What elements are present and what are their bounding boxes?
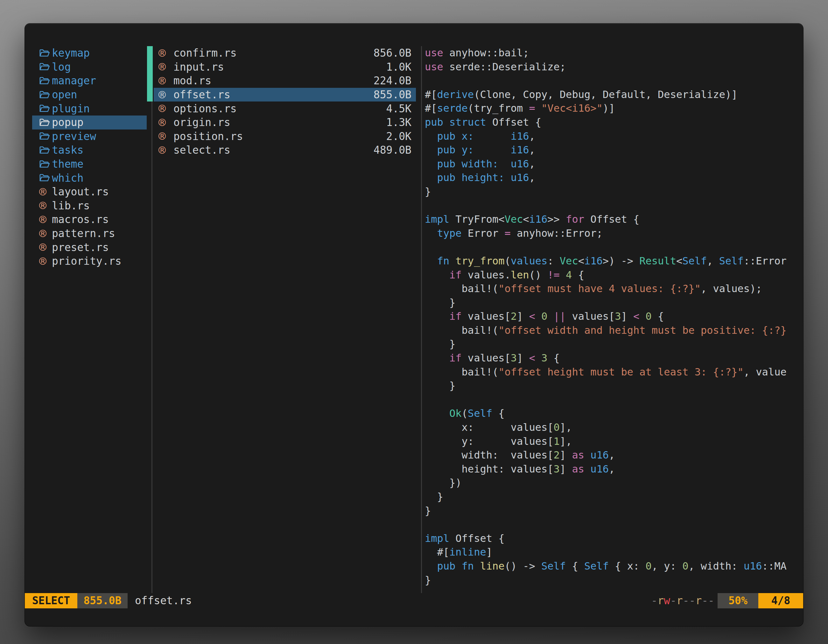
- sidebar-item-pattern-rs[interactable]: ®pattern.rs: [32, 227, 147, 241]
- file-row-mod-rs[interactable]: ®mod.rs224.0B: [154, 74, 416, 88]
- code-line: if values[3] < 3 {: [425, 351, 803, 365]
- sidebar-item-which[interactable]: which: [32, 171, 147, 185]
- code-line: #[derive(Clone, Copy, Debug, Default, De…: [425, 88, 803, 102]
- rust-file-icon: ®: [39, 186, 47, 197]
- code-line: impl Offset {: [425, 532, 803, 546]
- sidebar-item-label: lib.rs: [52, 199, 90, 212]
- file-name: confirm.rs: [173, 47, 237, 59]
- open-folder-icon: [39, 104, 50, 113]
- code-line: bail!("offset height must be at least 3:…: [425, 365, 803, 379]
- rust-file-icon: ®: [158, 130, 166, 142]
- code-line: [425, 393, 803, 407]
- rust-file-icon: ®: [158, 47, 166, 59]
- file-size: 856.0B: [373, 47, 416, 59]
- file-name: input.rs: [173, 61, 224, 73]
- code-line: bail!("offset width and height must be p…: [425, 324, 803, 338]
- sidebar-item-keymap[interactable]: keymap: [32, 46, 147, 60]
- sidebar-item-macros-rs[interactable]: ®macros.rs: [32, 213, 147, 227]
- open-folder-icon: [39, 76, 50, 86]
- code-line: pub height: u16,: [425, 171, 803, 185]
- sidebar-item-label: layout.rs: [52, 185, 109, 198]
- code-line: }: [425, 573, 803, 588]
- code-line: bail!("offset must have 4 values: {:?}",…: [425, 282, 803, 296]
- status-bar: SELECT 855.0B offset.rs -rw-r--r-- 50% 4…: [25, 593, 803, 608]
- code-line: fn try_from(values: Vec<i16>) -> Result<…: [425, 254, 803, 268]
- code-line: pub x: i16,: [425, 130, 803, 144]
- sidebar-item-plugin[interactable]: plugin: [32, 102, 147, 116]
- cursor-position-badge: 4/8: [758, 593, 803, 608]
- sidebar-item-preview[interactable]: preview: [32, 130, 147, 144]
- sidebar-item-label: tasks: [52, 144, 83, 156]
- sidebar-item-label: pattern.rs: [52, 227, 115, 240]
- code-line: pub struct Offset {: [425, 116, 803, 130]
- rust-file-icon: ®: [39, 241, 47, 253]
- file-preview-pane: use anyhow::bail;use serde::Deserialize;…: [425, 46, 803, 588]
- sidebar-item-lib-rs[interactable]: ®lib.rs: [32, 199, 147, 213]
- sidebar-item-label: theme: [52, 158, 83, 170]
- code-line: }: [425, 296, 803, 310]
- code-line: height: values[3] as u16,: [425, 462, 803, 476]
- sidebar-item-preset-rs[interactable]: ®preset.rs: [32, 240, 147, 254]
- current-directory-pane: ®confirm.rs856.0B®input.rs1.0K®mod.rs224…: [154, 46, 416, 157]
- sidebar-item-open[interactable]: open: [32, 88, 147, 102]
- file-row-offset-rs[interactable]: ®offset.rs855.0B: [154, 88, 416, 102]
- mode-badge: SELECT: [25, 593, 77, 608]
- file-size: 224.0B: [373, 74, 416, 87]
- rust-file-icon: ®: [158, 117, 166, 128]
- file-size: 489.0B: [373, 144, 416, 156]
- status-filename: offset.rs: [135, 593, 192, 608]
- file-name: origin.rs: [173, 116, 231, 128]
- sidebar-item-popup[interactable]: popup: [32, 116, 147, 130]
- file-name: select.rs: [173, 144, 231, 156]
- file-row-position-rs[interactable]: ®position.rs2.0K: [154, 130, 416, 144]
- yazi-file-manager-window: keymaplogmanageropenpluginpopuppreviewta…: [25, 24, 803, 626]
- sidebar-item-label: open: [52, 88, 77, 101]
- code-line: pub y: i16,: [425, 143, 803, 157]
- sidebar-item-log[interactable]: log: [32, 60, 147, 74]
- code-line: if values[2] < 0 || values[3] < 0 {: [425, 310, 803, 324]
- sidebar-item-manager[interactable]: manager: [32, 74, 147, 88]
- code-line: [425, 518, 803, 532]
- file-name: position.rs: [173, 130, 243, 143]
- code-line: }: [425, 504, 803, 518]
- file-row-options-rs[interactable]: ®options.rs4.5K: [154, 102, 416, 116]
- pane-divider-right: [421, 46, 422, 593]
- open-folder-icon: [39, 146, 50, 155]
- pane-divider-left: [152, 46, 152, 593]
- code-line: [425, 240, 803, 254]
- code-line: pub width: u16,: [425, 157, 803, 171]
- code-line: impl TryFrom<Vec<i16>> for Offset {: [425, 213, 803, 227]
- rust-file-icon: ®: [39, 200, 47, 211]
- rust-file-icon: ®: [158, 144, 166, 156]
- open-folder-icon: [39, 132, 50, 141]
- desktop-background: keymaplogmanageropenpluginpopuppreviewta…: [0, 0, 828, 644]
- rust-file-icon: ®: [39, 228, 47, 239]
- sidebar-item-tasks[interactable]: tasks: [32, 143, 147, 157]
- rust-file-icon: ®: [158, 103, 166, 114]
- file-size-badge: 855.0B: [77, 593, 128, 608]
- file-row-input-rs[interactable]: ®input.rs1.0K: [154, 60, 416, 74]
- file-name: offset.rs: [173, 88, 231, 101]
- code-line: width: values[2] as u16,: [425, 448, 803, 462]
- code-line: }: [425, 379, 803, 393]
- sidebar-item-label: which: [52, 172, 83, 184]
- file-row-confirm-rs[interactable]: ®confirm.rs856.0B: [154, 46, 416, 60]
- sidebar-item-layout-rs[interactable]: ®layout.rs: [32, 185, 147, 199]
- file-name: options.rs: [173, 102, 237, 115]
- sidebar-item-label: keymap: [52, 47, 90, 59]
- file-row-origin-rs[interactable]: ®origin.rs1.3K: [154, 116, 416, 130]
- code-line: type Error = anyhow::Error;: [425, 227, 803, 241]
- rust-file-icon: ®: [158, 75, 166, 86]
- sidebar-item-theme[interactable]: theme: [32, 157, 147, 171]
- open-folder-icon: [39, 90, 50, 100]
- open-folder-icon: [39, 173, 50, 183]
- open-folder-icon: [39, 49, 50, 58]
- sidebar-item-priority-rs[interactable]: ®priority.rs: [32, 254, 147, 268]
- code-line: #[inline]: [425, 545, 803, 559]
- open-folder-icon: [39, 118, 50, 127]
- code-line: [425, 199, 803, 213]
- rust-file-icon: ®: [158, 89, 166, 100]
- file-row-select-rs[interactable]: ®select.rs489.0B: [154, 143, 416, 157]
- rust-file-icon: ®: [158, 61, 166, 72]
- file-size: 1.0K: [386, 61, 416, 73]
